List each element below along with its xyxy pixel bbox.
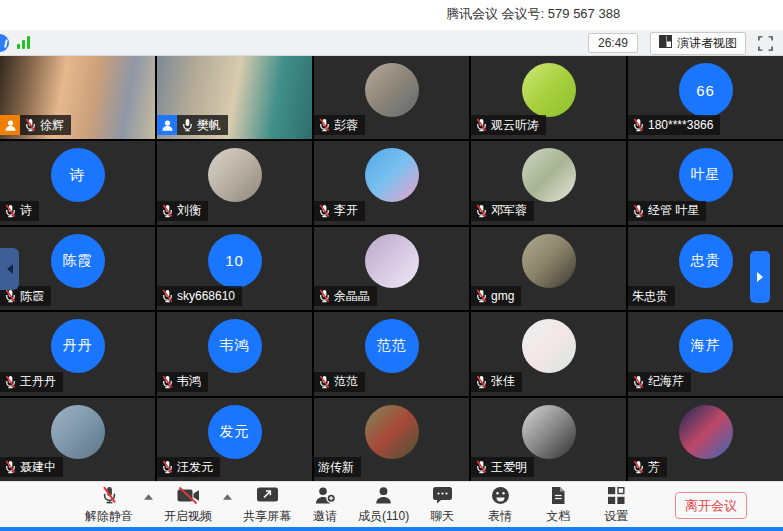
- toolbar-label: 开启视频: [164, 508, 212, 525]
- toolbar-label: 表情: [488, 508, 512, 525]
- toolbar-label: 成员(110): [358, 508, 409, 525]
- participant-tile-22[interactable]: 发元 汪发元: [157, 398, 312, 481]
- participant-name: 樊帆: [197, 117, 221, 134]
- toolbar-button-chat[interactable]: 聊天: [417, 485, 467, 525]
- mic-muted-icon: [24, 118, 37, 132]
- participant-grid: 徐辉 樊帆 彭蓉: [0, 56, 783, 481]
- mic-muted-icon: [101, 485, 118, 505]
- participant-tile-10[interactable]: 叶星 经管 叶星: [628, 141, 783, 224]
- participant-tile-7[interactable]: 刘衡: [157, 141, 312, 224]
- participant-name: 聂建中: [20, 459, 56, 476]
- toolbar-button-document[interactable]: 文档: [533, 485, 583, 525]
- avatar-initials: 10: [208, 234, 262, 288]
- participant-tile-12[interactable]: 10 sky668610: [157, 227, 312, 310]
- camera-muted-icon: [176, 485, 201, 505]
- avatar-photo: [365, 234, 419, 288]
- mic-muted-icon: [632, 375, 645, 389]
- video-feed-2[interactable]: 樊帆: [157, 56, 312, 139]
- leave-meeting-button[interactable]: 离开会议: [675, 492, 747, 519]
- toolbar-label: 解除静音: [85, 508, 133, 525]
- mic-on-icon: [181, 118, 194, 132]
- controls-bar: 26:49 演讲者视图: [0, 30, 783, 56]
- participant-name: 邓军蓉: [491, 202, 527, 219]
- participant-name: 余晶晶: [334, 288, 370, 305]
- participant-name: 经管 叶星: [648, 202, 699, 219]
- toolbar-button-emoji[interactable]: 表情: [475, 485, 525, 525]
- mic-muted-icon: [475, 118, 488, 132]
- mic-muted-icon: [161, 204, 174, 218]
- avatar-initials: 海芹: [679, 319, 733, 373]
- toolbar-button-camera-muted[interactable]: 开启视频: [163, 485, 213, 525]
- mic-muted-icon: [632, 460, 645, 474]
- toolbar-button-mic-muted[interactable]: 解除静音: [84, 485, 134, 525]
- participant-tile-16[interactable]: 丹丹 王丹丹: [0, 312, 155, 395]
- participant-tile-4[interactable]: 观云听涛: [471, 56, 626, 139]
- participant-tile-9[interactable]: 邓军蓉: [471, 141, 626, 224]
- participant-tile-24[interactable]: 王爱明: [471, 398, 626, 481]
- participant-label: 汪发元: [157, 457, 220, 477]
- mic-muted-icon: [4, 289, 17, 303]
- screen-share-icon: [256, 485, 279, 505]
- toolbar-button-invite[interactable]: 邀请: [300, 485, 350, 525]
- mic-muted-icon: [318, 204, 331, 218]
- participant-tile-25[interactable]: 芳: [628, 398, 783, 481]
- caret-up-icon[interactable]: [223, 494, 232, 500]
- next-page-button[interactable]: [750, 251, 770, 303]
- avatar-initials: 发元: [208, 405, 262, 459]
- prev-page-button[interactable]: [0, 248, 19, 290]
- avatar-photo: [365, 63, 419, 117]
- members-icon: [374, 485, 393, 505]
- mic-muted-icon: [475, 204, 488, 218]
- title-bar: 腾讯会议 会议号: 579 567 388: [0, 0, 783, 30]
- participant-tile-5[interactable]: 66 180****3866: [628, 56, 783, 139]
- mic-muted-icon: [632, 204, 645, 218]
- participant-name: 游传新: [318, 459, 354, 476]
- participant-name: 180****3866: [648, 118, 713, 132]
- speaker-view-button[interactable]: 演讲者视图: [650, 32, 746, 55]
- host-badge: [0, 115, 20, 135]
- participant-tile-21[interactable]: 聂建中: [0, 398, 155, 481]
- avatar-photo: [208, 148, 262, 202]
- cohost-badge: [157, 115, 177, 135]
- participant-label: 樊帆: [157, 115, 228, 135]
- participant-label: 朱忠贵: [628, 286, 675, 306]
- participant-tile-11[interactable]: 陈霞 陈霞: [0, 227, 155, 310]
- document-icon: [550, 485, 566, 505]
- caret-up-icon[interactable]: [144, 494, 153, 500]
- video-feed-1[interactable]: 徐辉: [0, 56, 155, 139]
- participant-tile-6[interactable]: 诗 诗: [0, 141, 155, 224]
- participant-tile-23[interactable]: 游传新: [314, 398, 469, 481]
- toolbar-button-settings[interactable]: 设置: [591, 485, 641, 525]
- toolbar-button-members[interactable]: 成员(110): [358, 485, 409, 525]
- toolbar-button-screen-share[interactable]: 共享屏幕: [242, 485, 292, 525]
- mic-muted-icon: [318, 118, 331, 132]
- participant-label: 李开: [314, 201, 365, 221]
- participant-tile-8[interactable]: 李开: [314, 141, 469, 224]
- mic-muted-icon: [4, 204, 17, 218]
- network-signal-icon: [17, 36, 30, 49]
- mic-muted-icon: [161, 375, 174, 389]
- participant-label: sky668610: [157, 286, 242, 306]
- participant-name: sky668610: [177, 289, 235, 303]
- security-shield-icon[interactable]: [0, 34, 9, 52]
- participant-label: 观云听涛: [471, 115, 546, 135]
- avatar-initials: 韦鸿: [208, 319, 262, 373]
- participant-name: gmg: [491, 289, 514, 303]
- mic-muted-icon: [4, 375, 17, 389]
- participant-tile-19[interactable]: 张佳: [471, 312, 626, 395]
- toolbar-label: 共享屏幕: [243, 508, 291, 525]
- emoji-icon: [491, 485, 510, 505]
- participant-name: 观云听涛: [491, 117, 539, 134]
- mic-muted-icon: [161, 460, 174, 474]
- avatar-photo: [365, 148, 419, 202]
- avatar-photo: [51, 405, 105, 459]
- participant-tile-18[interactable]: 范范 范范: [314, 312, 469, 395]
- participant-tile-13[interactable]: 余晶晶: [314, 227, 469, 310]
- participant-tile-17[interactable]: 韦鸿 韦鸿: [157, 312, 312, 395]
- participant-tile-20[interactable]: 海芹 纪海芹: [628, 312, 783, 395]
- fullscreen-icon[interactable]: [758, 36, 773, 51]
- participant-tile-3[interactable]: 彭蓉: [314, 56, 469, 139]
- participant-tile-14[interactable]: gmg: [471, 227, 626, 310]
- participant-label: 180****3866: [628, 115, 720, 135]
- participant-name: 彭蓉: [334, 117, 358, 134]
